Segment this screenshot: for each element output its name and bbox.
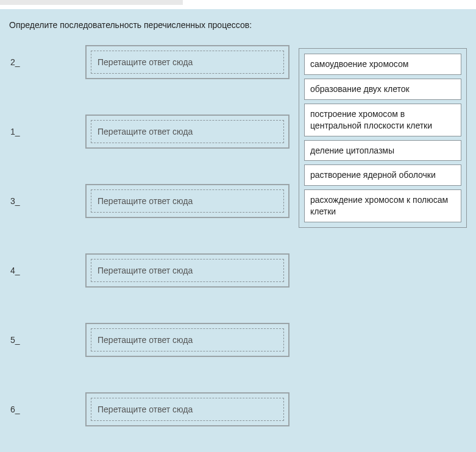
drop-target-3[interactable]: Перетащите ответ сюда xyxy=(85,184,290,218)
row-label: 6_ xyxy=(9,404,85,414)
drop-placeholder: Перетащите ответ сюда xyxy=(91,51,284,74)
row-label: 4_ xyxy=(9,266,85,275)
drop-placeholder: Перетащите ответ сюда xyxy=(91,120,284,143)
drop-row-5: 5_ Перетащите ответ сюда xyxy=(9,323,290,357)
content-area: 2_ Перетащите ответ сюда 1_ Перетащите о… xyxy=(9,45,467,452)
top-bar xyxy=(0,0,476,9)
drop-row-4: 4_ Перетащите ответ сюда xyxy=(9,253,290,288)
drop-placeholder: Перетащите ответ сюда xyxy=(91,259,284,282)
drop-placeholder: Перетащите ответ сюда xyxy=(91,189,284,213)
drop-row-6: 6_ Перетащите ответ сюда xyxy=(9,392,290,426)
row-label: 5_ xyxy=(9,335,85,345)
drop-target-1[interactable]: Перетащите ответ сюда xyxy=(85,45,290,79)
option-item-6[interactable]: расхождение хромосом к полюсам клетки xyxy=(304,189,461,222)
question-prompt: Определите последовательность перечислен… xyxy=(9,20,467,30)
drop-placeholder: Перетащите ответ сюда xyxy=(91,398,284,421)
question-container: Определите последовательность перечислен… xyxy=(0,9,476,452)
drop-target-6[interactable]: Перетащите ответ сюда xyxy=(85,392,290,426)
option-item-3[interactable]: построение хромосом в центральной плоско… xyxy=(304,104,461,136)
option-item-2[interactable]: образование двух клеток xyxy=(304,79,461,100)
option-item-5[interactable]: растворение ядерной оболочки xyxy=(304,164,461,186)
row-label: 3_ xyxy=(9,196,85,206)
row-label: 2_ xyxy=(9,57,85,67)
option-item-4[interactable]: деление цитоплазмы xyxy=(304,140,461,161)
drop-row-1: 2_ Перетащите ответ сюда xyxy=(9,45,290,79)
drop-row-3: 3_ Перетащите ответ сюда xyxy=(9,184,290,218)
option-item-1[interactable]: самоудвоение хромосом xyxy=(304,54,461,75)
drop-row-2: 1_ Перетащите ответ сюда xyxy=(9,115,290,149)
drop-target-4[interactable]: Перетащите ответ сюда xyxy=(85,253,290,288)
drop-column: 2_ Перетащите ответ сюда 1_ Перетащите о… xyxy=(9,45,290,452)
options-pool: самоудвоение хромосом образование двух к… xyxy=(299,48,467,228)
row-label: 1_ xyxy=(9,127,85,136)
drop-target-5[interactable]: Перетащите ответ сюда xyxy=(85,323,290,357)
drop-placeholder: Перетащите ответ сюда xyxy=(91,328,284,351)
drop-target-2[interactable]: Перетащите ответ сюда xyxy=(85,115,290,149)
